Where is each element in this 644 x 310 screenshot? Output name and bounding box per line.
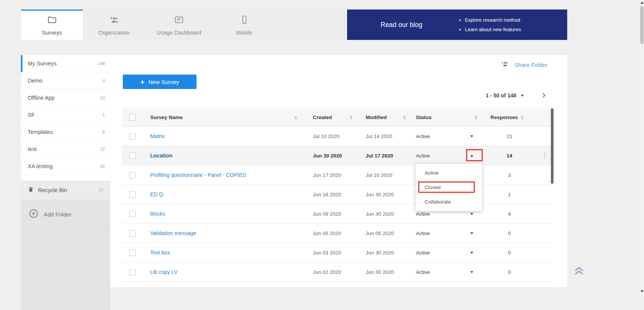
survey-name-link[interactable]: Profiling questionnaire - Panel - COPIED bbox=[150, 172, 246, 178]
folder-count: 6 bbox=[103, 130, 105, 134]
responses-count: 1 bbox=[483, 192, 536, 197]
folder-label: test bbox=[28, 146, 36, 152]
tab-mobile[interactable]: Mobile bbox=[213, 10, 275, 40]
column-header-status: Status bbox=[416, 114, 431, 120]
sort-icon[interactable] bbox=[474, 116, 477, 119]
status-value: Active bbox=[416, 211, 430, 217]
sidebar-item-offline-app[interactable]: Offline App 10 bbox=[21, 89, 110, 107]
select-all-checkbox[interactable] bbox=[129, 114, 136, 121]
status-dropdown-toggle[interactable] bbox=[470, 155, 473, 157]
status-option-closed[interactable]: Closed bbox=[416, 180, 482, 194]
next-page-button[interactable] bbox=[540, 92, 547, 99]
row-checkbox[interactable] bbox=[129, 230, 136, 237]
row-menu-icon[interactable]: ⋮ bbox=[541, 152, 548, 159]
tab-usage-dashboard[interactable]: Usage Dashboard bbox=[145, 10, 213, 40]
sort-icon[interactable] bbox=[350, 116, 353, 119]
modified-date: Jun 30 2020 bbox=[357, 211, 411, 217]
modified-date: Jul 17 2020 bbox=[357, 153, 411, 159]
add-folder-button[interactable]: Add Folder bbox=[21, 200, 110, 229]
created-date: Jun 09 2020 bbox=[304, 211, 357, 217]
sort-icon[interactable] bbox=[403, 116, 406, 119]
sort-icon[interactable] bbox=[294, 116, 297, 119]
status-dropdown-toggle[interactable] bbox=[470, 232, 473, 234]
organization-icon bbox=[109, 15, 119, 26]
add-folder-label: Add Folder bbox=[44, 211, 71, 218]
sort-icon[interactable] bbox=[521, 116, 524, 119]
row-checkbox[interactable] bbox=[129, 153, 136, 159]
modified-date: Jun 05 2020 bbox=[357, 231, 411, 236]
survey-name-link[interactable]: Text box bbox=[150, 250, 170, 256]
table-scrollbar-thumb[interactable] bbox=[551, 108, 554, 184]
pagination-dropdown-icon[interactable] bbox=[521, 95, 524, 97]
mobile-icon bbox=[240, 15, 249, 26]
scrollbar-up-icon[interactable] bbox=[641, 2, 644, 4]
folder-count: 77 bbox=[98, 188, 103, 192]
share-folder-button[interactable]: Share Folder bbox=[500, 60, 547, 69]
status-dropdown-toggle[interactable] bbox=[470, 271, 473, 273]
sidebar-item-recycle-bin[interactable]: Recycle Bin 77 bbox=[21, 181, 110, 200]
status-dropdown-toggle[interactable] bbox=[470, 135, 473, 137]
folder-count: 1 bbox=[103, 113, 105, 117]
tab-organization[interactable]: Organization bbox=[83, 10, 145, 40]
table-row: Matrix Jul 10 2020 Jul 14 2020 Active 21 bbox=[122, 127, 553, 146]
row-checkbox[interactable] bbox=[129, 211, 136, 217]
status-dropdown-toggle[interactable] bbox=[470, 252, 473, 254]
browser-scrollbar[interactable] bbox=[639, 0, 644, 295]
survey-name-link[interactable]: blocks bbox=[150, 211, 165, 217]
share-folder-label: Share Folder bbox=[514, 62, 547, 68]
blog-banner-title[interactable]: Read our blog bbox=[381, 21, 422, 29]
sidebar-spacer bbox=[21, 175, 110, 181]
pagination-range[interactable]: 1 - 50 of 148 bbox=[486, 92, 516, 99]
scroll-to-top-button[interactable] bbox=[573, 264, 585, 277]
sidebar-item-sf[interactable]: SF 1 bbox=[21, 107, 110, 124]
survey-name-link[interactable]: Validation message bbox=[150, 230, 196, 236]
table-row: Validation message Jun 05 2020 Jun 05 20… bbox=[122, 224, 553, 243]
status-value: Active bbox=[416, 231, 430, 236]
modified-date: Jul 14 2020 bbox=[357, 134, 411, 139]
scrollbar-down-icon[interactable] bbox=[641, 290, 644, 293]
survey-name-link[interactable]: ED Q bbox=[150, 191, 163, 197]
status-dropdown-toggle[interactable] bbox=[470, 213, 473, 215]
tab-label: Surveys bbox=[42, 30, 62, 36]
new-survey-button[interactable]: + New Survey bbox=[123, 75, 197, 89]
row-checkbox[interactable] bbox=[129, 269, 136, 275]
column-header-modified: Modified bbox=[366, 114, 387, 120]
status-value: Active bbox=[416, 250, 430, 256]
survey-name-link[interactable]: Matrix bbox=[150, 133, 165, 139]
scrollbar-thumb[interactable] bbox=[640, 6, 644, 44]
survey-name-link[interactable]: Lib copy LV bbox=[150, 269, 178, 275]
banner-bullet: Learn about new features bbox=[465, 25, 521, 34]
sidebar-item-test[interactable]: test 12 bbox=[21, 141, 110, 158]
created-date: Jun 03 2020 bbox=[304, 250, 357, 256]
sidebar-item-templates[interactable]: Templates 6 bbox=[21, 124, 110, 141]
folder-label: Offline App bbox=[28, 95, 55, 101]
row-checkbox[interactable] bbox=[129, 172, 136, 178]
dashboard-icon bbox=[174, 15, 184, 26]
status-option-active[interactable]: Active bbox=[416, 165, 482, 180]
folder-count: 148 bbox=[98, 61, 105, 66]
row-checkbox[interactable] bbox=[129, 250, 136, 256]
blog-banner-bullets: Explore research method Learn about new … bbox=[460, 15, 521, 35]
sidebar-item-xa-testing[interactable]: XA testing 15 bbox=[21, 158, 110, 175]
folder-count: 12 bbox=[100, 147, 105, 151]
survey-name-link[interactable]: Location bbox=[150, 153, 172, 159]
modified-date: Jun 30 2020 bbox=[357, 250, 411, 256]
blog-banner[interactable]: Read our blog Explore research method Le… bbox=[347, 10, 567, 40]
status-option-collaborate[interactable]: Collaborate bbox=[416, 194, 482, 209]
new-survey-label: New Survey bbox=[148, 79, 179, 85]
created-date: Jun 02 2020 bbox=[304, 269, 357, 275]
modified-date: Jun 30 2020 bbox=[357, 269, 411, 275]
tab-label: Organization bbox=[98, 30, 129, 36]
folder-icon bbox=[47, 15, 57, 26]
sidebar-item-my-surveys[interactable]: My Surveys 148 bbox=[21, 55, 110, 72]
row-checkbox[interactable] bbox=[129, 133, 136, 140]
sidebar-item-demo[interactable]: Demo 4 bbox=[21, 72, 110, 89]
add-circle-icon bbox=[29, 208, 39, 220]
status-value: Active bbox=[416, 153, 430, 159]
tab-surveys[interactable]: Surveys bbox=[21, 10, 83, 40]
responses-count: 21 bbox=[483, 134, 536, 139]
pagination: 1 - 50 of 148 bbox=[486, 92, 547, 99]
created-date: Jun 30 2020 bbox=[304, 153, 357, 159]
row-checkbox[interactable] bbox=[129, 191, 136, 198]
folder-label: Demo bbox=[28, 78, 43, 84]
